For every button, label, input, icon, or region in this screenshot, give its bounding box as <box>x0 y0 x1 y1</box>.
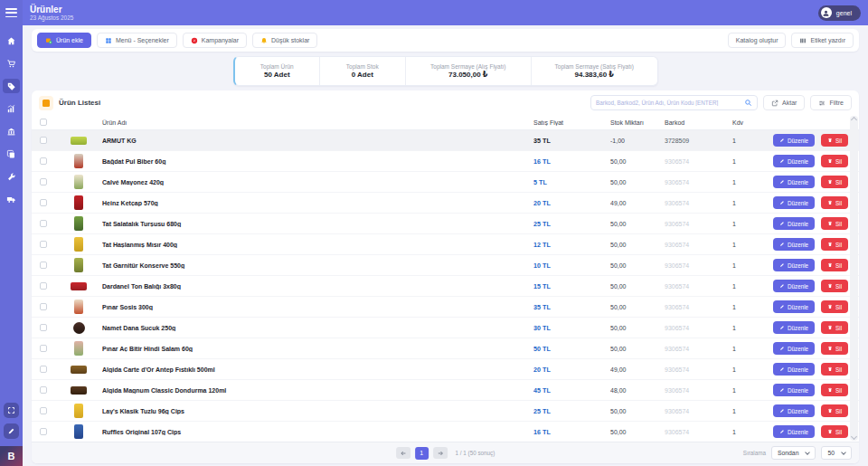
pencil-icon <box>779 387 785 393</box>
table-row[interactable]: Namet Dana Sucuk 250g 30 TL 50,00 930657… <box>32 318 859 338</box>
edit-button[interactable]: Düzenle <box>773 155 815 167</box>
delete-button[interactable]: Sil <box>821 217 848 230</box>
create-catalog-button[interactable]: Katalog oluştur <box>728 33 787 48</box>
stock-cell: 50,00 <box>610 304 665 310</box>
delete-button[interactable]: Sil <box>821 134 848 147</box>
edit-button[interactable]: Düzenle <box>773 238 815 251</box>
edit-button[interactable]: Düzenle <box>773 384 815 396</box>
edit-button[interactable]: Düzenle <box>773 321 815 334</box>
sidebar-item-delivery[interactable] <box>3 192 20 206</box>
edit-button[interactable]: Düzenle <box>773 342 815 355</box>
edit-button[interactable]: Düzenle <box>773 217 815 230</box>
edit-button[interactable]: Düzenle <box>773 280 815 292</box>
sidebar-item-reports[interactable] <box>3 101 20 116</box>
edit-button[interactable]: Düzenle <box>773 196 815 209</box>
delete-button[interactable]: Sil <box>821 238 848 251</box>
edit-button-label: Düzenle <box>788 262 808 269</box>
sidebar-item-home[interactable] <box>3 33 20 48</box>
delete-button[interactable]: Sil <box>821 342 848 355</box>
add-product-button[interactable]: Ürün ekle <box>37 33 91 48</box>
row-checkbox[interactable] <box>40 345 47 352</box>
row-checkbox[interactable] <box>40 282 47 290</box>
search-input[interactable] <box>596 100 741 106</box>
row-checkbox[interactable] <box>40 386 47 394</box>
product-name: ARMUT KG <box>102 138 533 144</box>
delete-button[interactable]: Sil <box>821 363 848 376</box>
delete-button[interactable]: Sil <box>821 280 848 292</box>
delete-button[interactable]: Sil <box>821 384 848 396</box>
row-checkbox[interactable] <box>40 428 47 435</box>
user-menu[interactable]: genel <box>818 5 861 21</box>
menu-options-label: Menü - Seçenekler <box>116 37 169 43</box>
delete-button[interactable]: Sil <box>821 300 848 313</box>
table-scrollbar[interactable] <box>850 116 858 441</box>
hamburger-menu-icon[interactable] <box>5 8 17 17</box>
delete-button[interactable]: Sil <box>821 321 848 334</box>
edit-button[interactable]: Düzenle <box>773 134 815 147</box>
delete-button[interactable]: Sil <box>821 259 848 271</box>
sidebar-item-documents[interactable] <box>3 147 20 161</box>
table-row[interactable]: Calvé Mayonez 420g 5 TL 50,00 9306574 1 … <box>32 172 859 193</box>
edit-button[interactable]: Düzenle <box>773 363 815 376</box>
delete-button[interactable]: Sil <box>821 404 848 417</box>
row-checkbox[interactable] <box>40 137 47 144</box>
prev-page-button[interactable] <box>396 447 410 459</box>
row-checkbox[interactable] <box>40 407 47 414</box>
edit-button[interactable]: Düzenle <box>773 259 815 271</box>
search-icon[interactable] <box>744 99 752 107</box>
row-checkbox[interactable] <box>40 157 47 165</box>
app-logo[interactable]: B <box>0 446 23 466</box>
next-page-button[interactable] <box>433 447 448 459</box>
low-stock-button[interactable]: Düşük stoklar <box>252 33 317 48</box>
table-row[interactable]: Dardanel Ton Balığı 3x80g 15 TL 50,00 93… <box>32 276 859 297</box>
table-row[interactable]: Tat Garnitür Konserve 550g 10 TL 50,00 9… <box>32 255 859 276</box>
delete-button[interactable]: Sil <box>821 155 848 167</box>
table-row[interactable]: ARMUT KG 35 TL -1,00 3728509 1 Düzenle S… <box>32 130 859 151</box>
menu-options-button[interactable]: Menü - Seçenekler <box>97 33 177 48</box>
table-row[interactable]: Ruffles Original 107g Cips 16 TL 50,00 9… <box>32 422 859 442</box>
product-name: Algida Carte d'Or Antep Fıstıklı 500ml <box>102 366 533 373</box>
sidebar-item-tools[interactable] <box>3 169 20 184</box>
select-all-checkbox[interactable] <box>40 119 47 126</box>
edit-button[interactable]: Düzenle <box>773 176 815 188</box>
table-row[interactable]: Bağdat Pul Biber 60g 16 TL 50,00 9306574… <box>32 151 859 172</box>
filter-button[interactable]: Filtre <box>810 95 852 110</box>
row-checkbox[interactable] <box>40 199 47 206</box>
campaigns-label: Kampanyalar <box>202 37 239 43</box>
quick-edit-button[interactable] <box>4 423 19 439</box>
row-checkbox[interactable] <box>40 220 47 227</box>
table-row[interactable]: Pınar Sosis 300g 35 TL 50,00 9306574 1 D… <box>32 297 859 318</box>
current-page-button[interactable]: 1 <box>415 447 429 460</box>
price-cell: 10 TL <box>533 262 610 270</box>
row-checkbox[interactable] <box>40 178 47 185</box>
scroll-down-icon[interactable] <box>851 433 857 440</box>
table-row[interactable]: Heinz Ketçap 570g 20 TL 49,00 9306574 1 … <box>32 193 859 214</box>
row-checkbox[interactable] <box>40 303 47 310</box>
delete-button[interactable]: Sil <box>821 196 848 209</box>
table-row[interactable]: Algida Carte d'Or Antep Fıstıklı 500ml 2… <box>32 359 859 380</box>
scroll-up-icon[interactable] <box>851 117 857 123</box>
sort-select[interactable]: Sondan <box>771 446 816 460</box>
table-row[interactable]: Tat Salatalık Turşusu 680g 25 TL 50,00 9… <box>32 214 859 234</box>
sidebar-item-company[interactable] <box>3 124 20 138</box>
table-row[interactable]: Tat Haşlanmış Mısır 400g 12 TL 50,00 930… <box>32 234 859 255</box>
per-page-select[interactable]: 50 <box>821 446 852 460</box>
print-label-button[interactable]: Etiket yazdır <box>791 33 854 48</box>
table-row[interactable]: Algida Magnum Classic Dondurma 120ml 45 … <box>32 380 859 401</box>
table-row[interactable]: Lay's Klasik Tuzlu 96g Cips 25 TL 50,00 … <box>32 401 859 422</box>
edit-button[interactable]: Düzenle <box>773 404 815 417</box>
delete-button[interactable]: Sil <box>821 425 848 438</box>
sidebar-item-products[interactable] <box>3 79 20 93</box>
delete-button[interactable]: Sil <box>821 176 848 188</box>
table-row[interactable]: Pınar Aç Bitir Hindi Salam 60g 50 TL 50,… <box>32 338 859 359</box>
row-checkbox[interactable] <box>40 324 47 331</box>
export-button[interactable]: Aktar <box>763 95 805 110</box>
row-checkbox[interactable] <box>40 366 47 373</box>
edit-button[interactable]: Düzenle <box>773 300 815 313</box>
row-checkbox[interactable] <box>40 241 47 248</box>
campaigns-button[interactable]: Kampanyalar <box>183 33 247 48</box>
row-checkbox[interactable] <box>40 262 47 269</box>
fullscreen-button[interactable] <box>4 403 19 418</box>
sidebar-item-cart[interactable] <box>3 56 20 71</box>
edit-button[interactable]: Düzenle <box>773 425 815 438</box>
